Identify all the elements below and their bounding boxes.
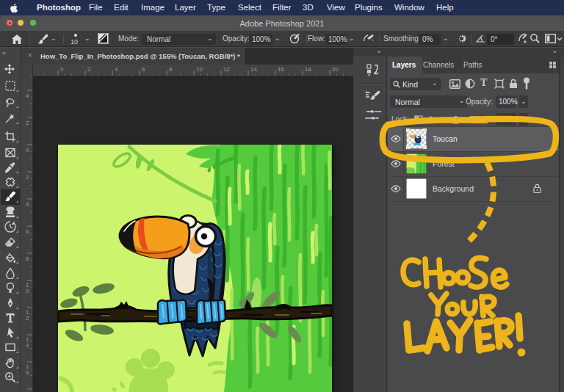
svg-text:12: 12 <box>223 66 230 73</box>
svg-text:0: 0 <box>26 147 29 153</box>
svg-text:8: 8 <box>169 66 173 73</box>
svg-text:4: 4 <box>26 92 29 99</box>
svg-text:18: 18 <box>305 66 311 73</box>
svg-text:6: 6 <box>142 66 145 73</box>
svg-text:0: 0 <box>60 66 64 73</box>
svg-text:8: 8 <box>26 255 29 262</box>
svg-text:2: 2 <box>26 315 29 322</box>
svg-text:6: 6 <box>26 228 29 235</box>
svg-text:10: 10 <box>196 66 203 73</box>
svg-text:4: 4 <box>115 66 118 73</box>
svg-text:0: 0 <box>26 288 29 294</box>
svg-text:16: 16 <box>278 66 284 73</box>
svg-text:2: 2 <box>26 174 29 181</box>
svg-text:14: 14 <box>250 66 257 73</box>
svg-text:2: 2 <box>26 120 29 126</box>
svg-text:4: 4 <box>26 201 29 208</box>
svg-text:6: 6 <box>26 369 29 376</box>
svg-text:20: 20 <box>332 66 339 73</box>
svg-text:2: 2 <box>87 66 91 73</box>
svg-text:4: 4 <box>26 342 29 349</box>
